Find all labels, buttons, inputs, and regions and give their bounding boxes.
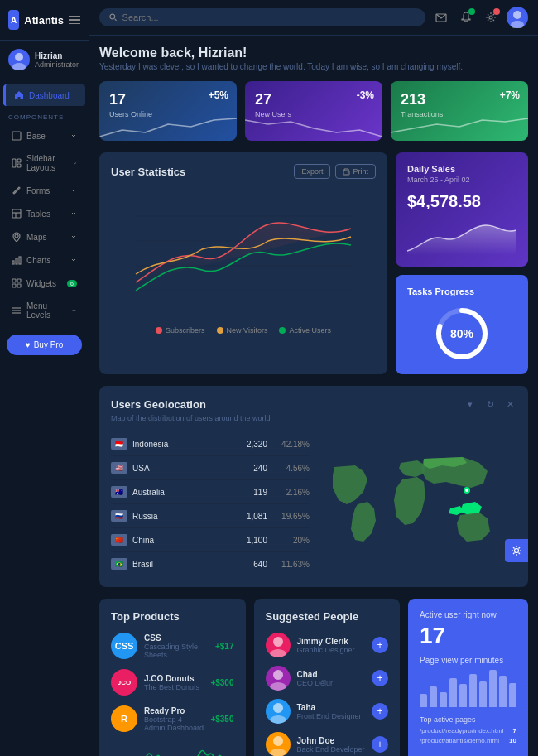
search-input[interactable]: [122, 12, 416, 22]
country-usa: USA: [132, 464, 229, 473]
settings-badge: [493, 8, 500, 15]
active-users-title: Active user right now: [420, 610, 516, 619]
svg-rect-3: [12, 159, 16, 167]
country-australia: Australia: [132, 488, 229, 497]
num-china: 1,100: [234, 536, 267, 545]
settings-fab-button[interactable]: [505, 539, 528, 562]
daily-sales-title: Daily Sales: [407, 164, 516, 174]
page-view-label: Page view per minutes: [420, 656, 516, 665]
sidebar-profile: Hizrian Administrator: [0, 41, 89, 79]
svg-rect-5: [17, 164, 21, 167]
page-content: Welcome back, Hizrian! Yesterday I was c…: [89, 36, 538, 756]
sidebar-item-sidebar-layouts[interactable]: Sidebar Layouts: [3, 148, 85, 178]
table-icon: [12, 209, 22, 219]
pct-brasil: 11.63%: [272, 560, 310, 569]
sidebar-item-widgets[interactable]: Widgets 6: [3, 272, 85, 294]
geo-title: Users Geolocation: [111, 398, 206, 411]
logo-icon: A: [8, 10, 19, 30]
bell-icon-button[interactable]: [457, 8, 475, 26]
product-change-ready: +$350: [210, 715, 233, 724]
menu-icon: [12, 306, 22, 315]
person-avatar-3: [266, 732, 291, 756]
sidebar-item-forms[interactable]: Forms: [3, 180, 85, 201]
layout-icon: [12, 158, 22, 168]
geo-row-australia: 🇦🇺 Australia 119 2.16%: [111, 480, 310, 504]
svg-point-44: [270, 749, 286, 756]
pct-china: 20%: [272, 536, 310, 545]
person-role-0: Graphic Designer: [297, 646, 366, 654]
geo-body: 🇮🇩 Indonesia 2,320 42.18% 🇺🇸 USA 240 4.5…: [111, 432, 516, 575]
person-info-1: Chad CEO Délur: [297, 670, 366, 687]
stat-card-transactions: 213 Transactions +7%: [391, 81, 528, 141]
sidebar-item-maps[interactable]: Maps: [3, 226, 85, 248]
home-icon: [14, 90, 24, 100]
subscribers-label: Subscribers: [166, 326, 205, 335]
pct-usa: 4.56%: [272, 464, 310, 473]
person-avatar-2: [266, 699, 291, 724]
person-item-1: Chad CEO Délur +: [266, 666, 389, 691]
legend-active-users: Active Users: [279, 326, 331, 335]
sidebar-item-label-maps: Maps: [26, 233, 46, 242]
close-icon[interactable]: ✕: [503, 397, 516, 411]
sidebar-item-charts[interactable]: Charts: [3, 249, 85, 271]
logo-text: Atlantis: [24, 14, 64, 26]
svg-point-35: [465, 489, 468, 492]
sidebar-logo: A Atlantis: [0, 0, 89, 41]
geo-row-brasil: 🇧🇷 Brasil 640 11.63%: [111, 552, 310, 575]
chevron-down-icon[interactable]: ▾: [464, 397, 477, 411]
product-icon-donut: JCO: [111, 669, 137, 696]
product-item-donut: JCO J.CO Donuts The Best Donuts +$300: [111, 669, 234, 696]
svg-point-0: [15, 53, 23, 61]
product-change-css: +$17: [215, 642, 234, 651]
page-link-1: /product/atlantis/demo.html 10: [420, 737, 516, 744]
add-person-0[interactable]: +: [372, 637, 388, 653]
page-url-0: /product/readypro/index.html: [420, 727, 503, 734]
sidebar-item-menu-levels[interactable]: Menu Levels: [3, 296, 85, 325]
stats-buttons: Export Print: [294, 164, 376, 179]
geo-header: Users Geolocation ▾ ↻ ✕: [111, 397, 516, 411]
person-info-0: Jimmy Clerik Graphic Designer: [297, 637, 366, 654]
hamburger-button[interactable]: [69, 16, 80, 25]
person-name-3: John Doe: [297, 736, 366, 745]
product-icon-css: CSS: [111, 633, 137, 659]
add-person-3[interactable]: +: [372, 736, 388, 753]
daily-sales-chart: [407, 218, 516, 255]
refresh-icon[interactable]: ↻: [483, 397, 497, 411]
stat-card-users-online: 17 Users Online +5%: [99, 81, 237, 141]
svg-point-20: [110, 14, 115, 19]
print-button[interactable]: Print: [335, 164, 376, 179]
sidebar-item-dashboard[interactable]: Dashboard: [3, 84, 85, 106]
search-bar[interactable]: [99, 8, 425, 26]
svg-rect-15: [12, 284, 16, 287]
user-stats-chart: [111, 187, 376, 320]
welcome-title: Welcome back, Hizrian!: [99, 46, 528, 60]
bar-chart: [420, 670, 516, 707]
user-stats-header: User Statistics Export Print: [111, 164, 376, 179]
num-russia: 1,081: [234, 512, 267, 521]
sidebar-item-tables[interactable]: Tables: [3, 203, 85, 224]
top-products-title: Top Products: [111, 610, 234, 623]
user-stats-title: User Statistics: [111, 166, 185, 178]
add-person-2[interactable]: +: [372, 703, 388, 720]
email-icon-button[interactable]: [432, 8, 450, 26]
topbar-avatar[interactable]: [507, 7, 528, 28]
sidebar-item-base[interactable]: Base: [3, 125, 85, 147]
svg-rect-16: [17, 284, 21, 287]
person-name-0: Jimmy Clerik: [297, 637, 366, 646]
daily-sales-date: March 25 - April 02: [407, 176, 516, 184]
settings-icon-button[interactable]: [482, 8, 500, 26]
top-active-pages-label: Top active pages: [420, 715, 516, 724]
export-button[interactable]: Export: [294, 164, 330, 179]
person-info-3: John Doe Back End Developer: [297, 736, 366, 754]
country-brasil: Brasil: [132, 560, 229, 569]
chart-icon: [12, 255, 22, 265]
page-num-1: 10: [509, 737, 516, 744]
svg-point-27: [348, 171, 348, 172]
active-users-label: Active Users: [289, 326, 331, 335]
add-person-1[interactable]: +: [372, 670, 388, 686]
pct-indonesia: 42.18%: [272, 440, 310, 449]
geo-table: 🇮🇩 Indonesia 2,320 42.18% 🇺🇸 USA 240 4.5…: [111, 432, 310, 575]
buy-pro-button[interactable]: ♥ Buy Pro: [7, 335, 82, 355]
progress-ring: 80%: [433, 305, 491, 363]
person-avatar-0: [266, 633, 291, 657]
